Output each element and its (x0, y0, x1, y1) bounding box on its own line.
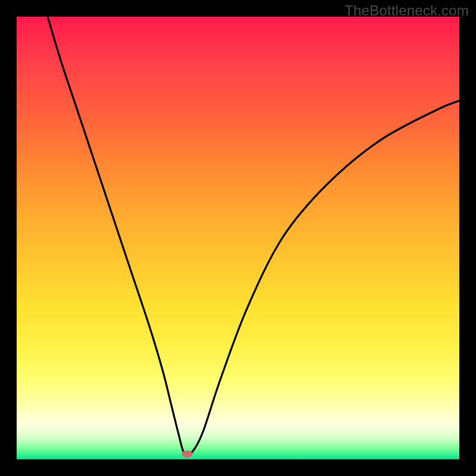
minimum-marker (181, 450, 192, 458)
bottleneck-curve (48, 17, 459, 455)
plot-area (17, 17, 459, 459)
watermark-text: TheBottleneck.com (345, 2, 469, 19)
chart-frame: TheBottleneck.com (0, 0, 476, 476)
curve-svg (17, 17, 459, 459)
